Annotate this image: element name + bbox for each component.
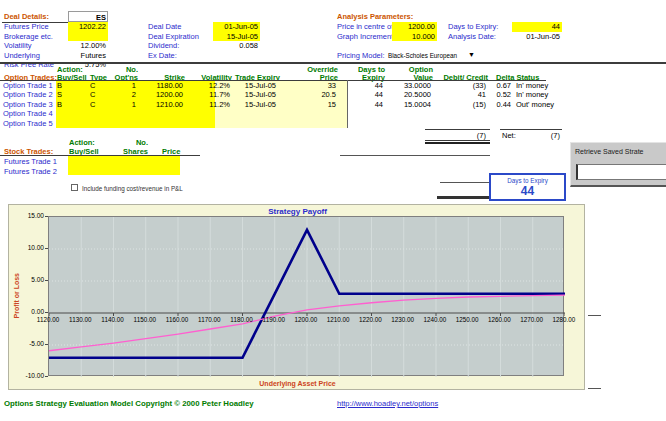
- option-trade-3-trade-expiry: 15-Jul-05: [235, 100, 278, 110]
- option-trade-2-override-price: 20.5: [288, 90, 338, 100]
- option-trade-2-buy-sell: S: [57, 90, 77, 100]
- x-tick-label: 1220.00: [354, 316, 388, 324]
- x-tick-label: 1160.00: [160, 316, 194, 324]
- option-trade-2-status: In' money: [516, 90, 571, 100]
- y-tick-label: -5.00: [14, 340, 44, 348]
- retrieve-saved-strategies-panel[interactable]: Retrieve Saved Strate: [570, 142, 666, 187]
- volatility-value: 12.00%: [68, 41, 108, 51]
- y-tick-mark: [45, 216, 48, 217]
- underlying-label: Underlying: [4, 51, 40, 61]
- option-trade-1-delta: 0.67: [493, 81, 513, 91]
- x-tick-label: 1280.00: [547, 316, 581, 324]
- pricing-model-label: Pricing Model:: [337, 51, 385, 61]
- option-trade-3-num: 1: [108, 100, 138, 110]
- ex-date-label: Ex Date:: [148, 51, 177, 61]
- y-tick-mark: [45, 248, 48, 249]
- option-trade-5-label: Option Trade 5: [3, 119, 55, 129]
- dropdown-arrow-icon[interactable]: ▼: [468, 50, 475, 60]
- option-trade-5-type: [90, 119, 110, 129]
- option-trade-1-volatility: 12.2%: [192, 81, 232, 91]
- hoadley-link[interactable]: http://www.hoadley.net/options: [337, 399, 438, 409]
- x-tick-label: 1140.00: [96, 316, 130, 324]
- option-trade-4-delta: [493, 109, 513, 119]
- stock-trades-input-block[interactable]: [68, 156, 180, 175]
- x-tick-label: 1130.00: [63, 316, 97, 324]
- option-trade-2-type: C: [90, 90, 110, 100]
- option-trade-4-trade-expiry: [235, 109, 278, 119]
- option-trade-5-buy-sell: [57, 119, 77, 129]
- option-trade-5-override-price: [288, 119, 338, 129]
- y-axis-title: Profit or Loss: [12, 256, 22, 336]
- deal-expiration-value: 15-Jul-05: [213, 32, 260, 42]
- graph-increment-input[interactable]: 10.000: [392, 32, 437, 42]
- net-value: (7): [512, 131, 562, 141]
- funding-checkbox[interactable]: [71, 184, 78, 191]
- option-trade-4-debit-credit: [438, 109, 488, 119]
- x-tick-label: 1210.00: [321, 316, 355, 324]
- futures-price-input[interactable]: 1202.22: [68, 22, 108, 41]
- copyright-text: Options Strategy Evaluation Model Copyri…: [4, 399, 254, 409]
- divider: [588, 388, 601, 389]
- x-tick-label: 1230.00: [386, 316, 420, 324]
- option-trade-4-num: [108, 109, 138, 119]
- option-trade-2-num: 2: [108, 90, 138, 100]
- option-trade-2-delta: 0.52: [493, 90, 513, 100]
- x-tick-label: 1190.00: [257, 316, 291, 324]
- x-tick-label: 1250.00: [450, 316, 484, 324]
- divider: [588, 315, 601, 316]
- option-trade-5-volatility: [192, 119, 232, 129]
- option-trade-5-trade-expiry: [235, 119, 278, 129]
- graph-increment-label: Graph Increment:: [337, 32, 395, 42]
- option-trade-2-days-to-expiry: 44: [335, 90, 385, 100]
- option-trade-1-strike: 1180.00: [145, 81, 185, 91]
- payoff-svg: [49, 217, 565, 377]
- option-trade-2-label: Option Trade 2: [3, 90, 55, 100]
- divider: [440, 182, 490, 183]
- option-trade-5-days-to-expiry: [335, 119, 385, 129]
- plot-area: [48, 216, 564, 376]
- retrieve-strategy-input[interactable]: [576, 164, 666, 180]
- option-trade-3-volatility: 11.2%: [192, 100, 232, 110]
- option-trade-3-option-value: 15.0004: [383, 100, 433, 110]
- option-trade-3-override-price: 15: [288, 100, 338, 110]
- option-trade-5-status: [516, 119, 571, 129]
- volatility-label: Volatility: [4, 41, 32, 51]
- x-axis-title: Underlying Asset Price: [9, 379, 586, 389]
- x-tick-label: 1270.00: [515, 316, 549, 324]
- option-trade-3-strike: 1210.00: [145, 100, 185, 110]
- option-trade-3-debit-credit: (15): [438, 100, 488, 110]
- deal-details-title: Deal Details:: [4, 12, 49, 22]
- y-tick-mark: [45, 344, 48, 345]
- x-tick-label: 1180.00: [225, 316, 259, 324]
- divider: [340, 155, 490, 156]
- option-trade-1-trade-expiry: 15-Jul-05: [235, 81, 278, 91]
- days-to-expiry-input[interactable]: 44: [512, 22, 562, 32]
- divider: [437, 196, 490, 199]
- option-trade-1-label: Option Trade 1: [3, 81, 55, 91]
- strategy-payoff-chart: Strategy Payoff Underlying Asset Price P…: [8, 204, 585, 390]
- analysis-date-label: Analysis Date:: [448, 32, 496, 42]
- futures-trade-1-label: Futures Trade 1: [4, 157, 64, 167]
- dividend-value: 0.058: [213, 41, 260, 51]
- underlying-value: Futures: [68, 51, 108, 61]
- symbol-cell[interactable]: ES: [68, 11, 108, 22]
- days-to-expiry-box[interactable]: Days to Expiry 44: [489, 173, 566, 201]
- retrieve-panel-label: Retrieve Saved Strate: [575, 147, 643, 157]
- price-centre-input[interactable]: 1200.00: [392, 22, 437, 32]
- divider: [0, 62, 666, 64]
- option-trade-1-status: In' money: [516, 81, 571, 91]
- option-trade-2-volatility: 11.7%: [192, 90, 232, 100]
- deal-dates-input[interactable]: 01-Jun-05 15-Jul-05: [213, 22, 260, 41]
- futures-trade-2-label: Futures Trade 2: [4, 167, 64, 177]
- pricing-model-value[interactable]: Black-Scholes European: [388, 51, 457, 61]
- option-trade-4-strike: [145, 109, 185, 119]
- y-tick-mark: [45, 376, 48, 377]
- dividend-label: Dividend:: [148, 41, 179, 51]
- option-trade-3-label: Option Trade 3: [3, 100, 55, 110]
- option-trade-4-type: [90, 109, 110, 119]
- y-tick-label: 10.00: [14, 244, 44, 252]
- deal-date-label: Deal Date: [148, 22, 181, 32]
- funding-checkbox-label: Include funding cost/revenue in P&L: [82, 184, 183, 194]
- x-tick-label: 1240.00: [418, 316, 452, 324]
- option-trade-1-num: 1: [108, 81, 138, 91]
